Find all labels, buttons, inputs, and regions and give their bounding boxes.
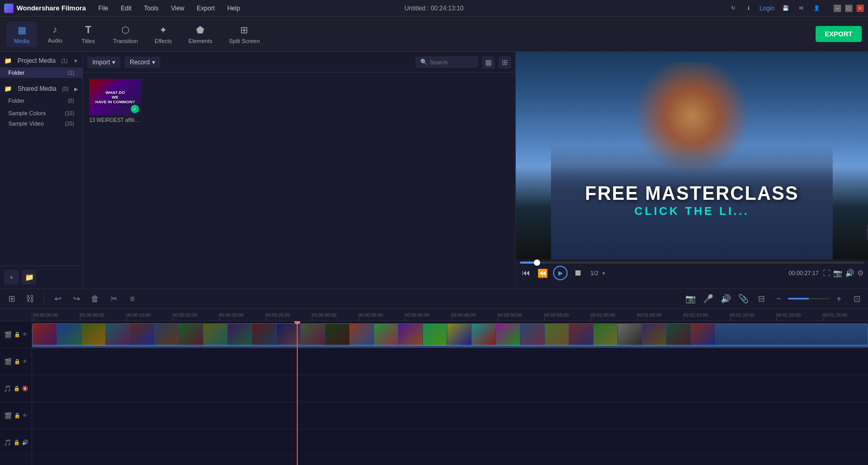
- media-toolbar: Import ▾ Record ▾ 🔍 ▦ ⊞: [83, 52, 515, 73]
- audio-track-1[interactable]: [32, 375, 868, 402]
- account-icon[interactable]: 👤: [812, 4, 821, 13]
- transition-label: Transition: [113, 38, 138, 44]
- mic-button[interactable]: 🎤: [701, 292, 715, 306]
- menu-tools[interactable]: Tools: [142, 4, 160, 13]
- search-input[interactable]: [430, 59, 476, 65]
- mail-icon[interactable]: ✉: [796, 4, 806, 13]
- split-button[interactable]: ⊟: [754, 292, 768, 306]
- stop-button[interactable]: ⏹: [572, 267, 584, 279]
- voice-button[interactable]: 🔊: [719, 292, 733, 306]
- link-unlink-button[interactable]: ⛓: [23, 292, 37, 306]
- tool-audio[interactable]: ♪ Audio: [39, 21, 71, 47]
- grid-view-button[interactable]: ⊞: [499, 56, 511, 69]
- brand-name: Wondershare Filmora: [17, 4, 86, 12]
- clip-button[interactable]: 📎: [736, 292, 751, 306]
- camera-button[interactable]: 📷: [683, 292, 698, 306]
- lock-icon-3[interactable]: 🔒: [13, 386, 20, 391]
- tool-split-screen[interactable]: ⊞ Split Screen: [222, 21, 267, 47]
- shared-media-count: (0): [62, 86, 68, 92]
- tool-effects[interactable]: ✦ Effects: [147, 21, 179, 47]
- tool-transition[interactable]: ⬡ Transition: [106, 21, 145, 47]
- menu-edit[interactable]: Edit: [119, 4, 134, 13]
- delete-button[interactable]: 🗑: [88, 292, 102, 306]
- video-track-3[interactable]: [32, 402, 868, 429]
- zoom-fill: [788, 298, 809, 299]
- eye-icon-3[interactable]: 👁: [22, 413, 27, 418]
- fullscreen-button[interactable]: ⛶: [823, 269, 830, 277]
- skip-back-button[interactable]: ⏮: [520, 267, 532, 279]
- menu-export[interactable]: Export: [195, 4, 217, 13]
- import-button[interactable]: Import ▾: [87, 57, 120, 68]
- lock-icon-1[interactable]: 🔒: [14, 332, 20, 337]
- close-button[interactable]: ✕: [857, 5, 864, 12]
- sample-video-item[interactable]: Sample Video (20): [0, 118, 82, 129]
- menu-help[interactable]: Help: [225, 4, 242, 13]
- video-track-1[interactable]: [32, 321, 868, 348]
- progress-bar[interactable]: [520, 262, 864, 264]
- project-media-header[interactable]: 📁 Project Media (1) ▼: [0, 54, 82, 67]
- ruler-marks: 00:00:00:00 00:00:05:00 00:00:10:00 00:0…: [32, 309, 868, 321]
- toolbar-separator: [44, 294, 44, 304]
- project-folder-label: Folder: [8, 70, 24, 76]
- video-track-3-label: 🎬 🔒 👁: [0, 402, 32, 429]
- mute-icon[interactable]: 🔇: [22, 386, 28, 391]
- lock-icon-2[interactable]: 🔒: [14, 359, 20, 364]
- window-title: Untitled : 00:24:13:10: [404, 5, 463, 12]
- eye-icon-1[interactable]: 👁: [22, 332, 27, 337]
- minimize-button[interactable]: ─: [834, 5, 841, 12]
- chevron-down-icon: ▼: [73, 58, 78, 64]
- new-folder-button[interactable]: 📁: [22, 270, 36, 284]
- info-icon[interactable]: ℹ: [744, 4, 753, 13]
- ruler-mark-4: 00:00:20:00: [218, 312, 265, 321]
- filter-button[interactable]: ▦: [482, 56, 494, 69]
- menu-file[interactable]: File: [96, 4, 110, 13]
- tool-titles[interactable]: T Titles: [73, 21, 104, 47]
- more-button[interactable]: ≡: [125, 292, 140, 306]
- project-folder-item[interactable]: Folder (1): [0, 67, 82, 78]
- zoom-bar[interactable]: [788, 298, 830, 299]
- main-video-clip[interactable]: [32, 323, 868, 346]
- tool-media[interactable]: ▦ Media: [6, 21, 37, 47]
- redo-button[interactable]: ↪: [69, 292, 84, 306]
- sample-colors-item[interactable]: Sample Colors (15): [0, 108, 82, 118]
- save-icon[interactable]: 💾: [781, 4, 790, 13]
- import-label: Import: [92, 59, 110, 66]
- record-label: Record: [130, 59, 150, 66]
- transition-icon: ⬡: [121, 24, 130, 36]
- play-button[interactable]: ▶: [553, 266, 568, 280]
- undo-button[interactable]: ↩: [50, 292, 65, 306]
- panel-bottom-actions: + 📁: [0, 265, 82, 289]
- video-track-2[interactable]: [32, 348, 868, 375]
- shared-folder-count: (0): [68, 98, 74, 104]
- add-media-button[interactable]: +: [4, 270, 19, 284]
- ruler-mark-0: 00:00:00:00: [32, 312, 79, 321]
- fit-button[interactable]: ⊡: [849, 292, 864, 306]
- page-dropdown-icon[interactable]: ▾: [602, 270, 605, 276]
- add-track-button[interactable]: ⊞: [4, 292, 19, 306]
- step-back-button[interactable]: ⏪: [536, 267, 549, 279]
- ruler-mark-15: 00:01:15:00: [729, 312, 776, 321]
- login-button[interactable]: Login: [760, 5, 775, 12]
- update-icon[interactable]: ↻: [728, 4, 738, 13]
- lock-icon-5[interactable]: 🔒: [13, 440, 20, 445]
- zoom-out-button[interactable]: −: [771, 292, 786, 306]
- menu-view[interactable]: View: [169, 4, 186, 13]
- media-area: Import ▾ Record ▾ 🔍 ▦ ⊞ WHAT DOWEHAVE IN…: [83, 52, 515, 289]
- media-item[interactable]: WHAT DOWEHAVE IN COMMON? ✓ 13 WEIRDEST a…: [89, 79, 141, 123]
- zoom-in-button[interactable]: +: [832, 292, 846, 306]
- settings-button[interactable]: ⚙: [857, 269, 864, 277]
- record-button[interactable]: Record ▾: [125, 57, 160, 68]
- shared-folder-item[interactable]: Folder (0): [0, 95, 82, 106]
- shared-media-header[interactable]: 📁 Shared Media (0) ▶: [0, 82, 82, 95]
- audio-track-2[interactable]: [32, 429, 868, 456]
- mute-icon-2[interactable]: 🔊: [22, 440, 28, 445]
- volume-button[interactable]: 🔊: [845, 269, 854, 277]
- maximize-button[interactable]: □: [845, 5, 852, 12]
- export-button[interactable]: EXPORT: [816, 26, 862, 42]
- playhead[interactable]: [297, 321, 298, 465]
- eye-icon-2[interactable]: 👁: [22, 359, 27, 364]
- screenshot-button[interactable]: 📷: [833, 269, 842, 277]
- lock-icon-4[interactable]: 🔒: [14, 413, 20, 418]
- tool-elements[interactable]: ⬟ Elements: [181, 21, 219, 47]
- cut-button[interactable]: ✂: [106, 292, 121, 306]
